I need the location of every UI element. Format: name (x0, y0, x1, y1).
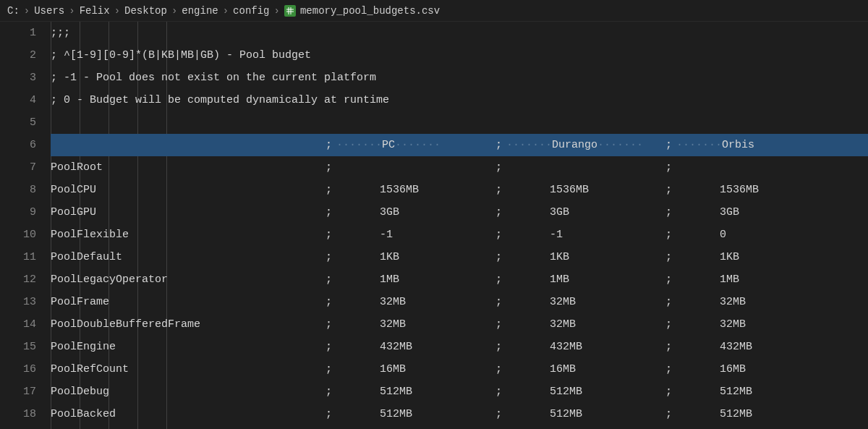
code-area[interactable]: ;;;; ^[1-9][0-9]*(B|KB|MB|GB) - Pool bud… (51, 22, 868, 429)
separator: ; (495, 291, 506, 313)
pool-value: 16MB (336, 358, 495, 381)
pool-name: PoolDefault (51, 246, 326, 268)
code-line[interactable]: PoolCPU;1536MB;1536MB;1536MB (51, 179, 868, 201)
separator: ; (326, 336, 336, 358)
separator: ; (495, 179, 506, 201)
code-line[interactable]: PoolDoubleBufferedFrame;32MB;32MB;32MB (51, 313, 868, 336)
line-number: 17 (0, 381, 36, 403)
pool-value: -1 (506, 224, 665, 246)
line-number: 3 (0, 67, 36, 89)
code-line[interactable]: PoolEngine;432MB;432MB;432MB (51, 336, 868, 358)
code-line[interactable]: PoolGPU;3GB;3GB;3GB (51, 201, 868, 224)
comment: ; 0 - Budget will be computed dynamicall… (51, 94, 389, 106)
pool-value: 16MB (506, 358, 665, 381)
line-number: 12 (0, 268, 36, 291)
editor[interactable]: 123456789101112131415161718 ;;;; ^[1-9][… (0, 22, 868, 429)
spreadsheet-icon (284, 5, 296, 17)
pool-value: -1 (336, 224, 495, 246)
pool-name: PoolCPU (51, 179, 326, 201)
comment: ; -1 - Pool does not exist on the curren… (51, 72, 376, 84)
breadcrumb-file[interactable]: memory_pool_budgets.csv (284, 5, 440, 17)
separator: ; (326, 381, 336, 403)
separator: ; (495, 381, 506, 403)
code-line[interactable]: PoolDebug;512MB;512MB;512MB (51, 381, 868, 403)
pool-name: PoolLegacyOperator (51, 268, 326, 291)
separator: ; (326, 268, 336, 291)
pool-value: 32MB (506, 291, 665, 313)
separator: ; (665, 179, 676, 201)
separator: ; (495, 246, 506, 268)
pool-value: 1536MB (506, 179, 665, 201)
code-line[interactable]: ; 0 - Budget will be computed dynamicall… (51, 89, 868, 111)
code-line[interactable]: ; -1 - Pool does not exist on the curren… (51, 67, 868, 89)
separator: ; (495, 134, 506, 156)
pool-name: PoolFrame (51, 291, 326, 313)
column-header: ·······Orbis (676, 134, 785, 156)
code-line[interactable] (51, 111, 868, 134)
line-number: 18 (0, 403, 36, 425)
breadcrumb-item[interactable]: engine (182, 5, 218, 17)
pool-value: 432MB (336, 336, 495, 358)
separator: ; (326, 291, 336, 313)
chevron-right-icon: › (69, 5, 75, 17)
code-line[interactable]: PoolRefCount;16MB;16MB;16MB (51, 358, 868, 381)
pool-value: 32MB (506, 313, 665, 336)
breadcrumb-item[interactable]: Users (34, 5, 64, 17)
pool-value: 32MB (676, 313, 785, 336)
line-number: 7 (0, 156, 36, 179)
breadcrumb-item[interactable]: Desktop (124, 5, 167, 17)
line-number: 8 (0, 179, 36, 201)
pool-value: 1KB (506, 246, 665, 268)
line-number: 4 (0, 89, 36, 111)
pool-name: PoolRoot (51, 156, 326, 179)
separator: ; (326, 313, 336, 336)
code-line[interactable]: PoolBacked;512MB;512MB;512MB (51, 403, 868, 425)
chevron-right-icon: › (223, 5, 229, 17)
pool-value: 3GB (506, 201, 665, 224)
pool-value: 1KB (336, 246, 495, 268)
code-line[interactable]: PoolFlexible;-1;-1;0 (51, 224, 868, 246)
separator: ; (326, 358, 336, 381)
pool-value: 512MB (506, 403, 665, 425)
line-number: 13 (0, 291, 36, 313)
code-line[interactable]: PoolDefault;1KB;1KB;1KB (51, 246, 868, 268)
separator: ; (326, 134, 336, 156)
pool-value: 512MB (506, 381, 665, 403)
code-line[interactable]: PoolLegacyOperator;1MB;1MB;1MB (51, 268, 868, 291)
breadcrumb-item[interactable]: Felix (80, 5, 110, 17)
separator: ; (495, 224, 506, 246)
line-number: 6 (0, 134, 36, 156)
line-number: 16 (0, 358, 36, 381)
comment: ;;; (51, 27, 70, 39)
pool-value: 512MB (676, 403, 785, 425)
comment: ; ^[1-9][0-9]*(B|KB|MB|GB) - Pool budget (51, 49, 311, 61)
line-number: 11 (0, 246, 36, 268)
code-line[interactable]: ;;; (51, 22, 868, 44)
separator: ; (326, 246, 336, 268)
pool-value: 1KB (676, 246, 785, 268)
separator: ; (326, 179, 336, 201)
pool-value: 3GB (336, 201, 495, 224)
pool-value: 0 (676, 224, 785, 246)
separator: ; (326, 403, 336, 425)
code-line[interactable]: PoolFrame;32MB;32MB;32MB (51, 291, 868, 313)
breadcrumb-item[interactable]: C: (7, 5, 20, 17)
separator: ; (665, 268, 676, 291)
pool-name: PoolDebug (51, 381, 326, 403)
line-number: 9 (0, 201, 36, 224)
breadcrumb-item[interactable]: config (233, 5, 269, 17)
pool-value: 32MB (336, 291, 495, 313)
separator: ; (495, 403, 506, 425)
chevron-right-icon: › (274, 5, 280, 17)
code-line[interactable]: ;·······PC·······;·······Durango·······;… (51, 134, 868, 156)
line-number: 15 (0, 336, 36, 358)
breadcrumb[interactable]: C: › Users › Felix › Desktop › engine › … (0, 0, 868, 22)
code-line[interactable]: ; ^[1-9][0-9]*(B|KB|MB|GB) - Pool budget (51, 44, 868, 67)
separator: ; (665, 134, 676, 156)
code-line[interactable]: PoolRoot;;; (51, 156, 868, 179)
pool-value: 32MB (336, 313, 495, 336)
pool-value: 1536MB (676, 179, 785, 201)
separator: ; (665, 246, 676, 268)
separator: ; (326, 201, 336, 224)
pool-value: 1MB (336, 268, 495, 291)
